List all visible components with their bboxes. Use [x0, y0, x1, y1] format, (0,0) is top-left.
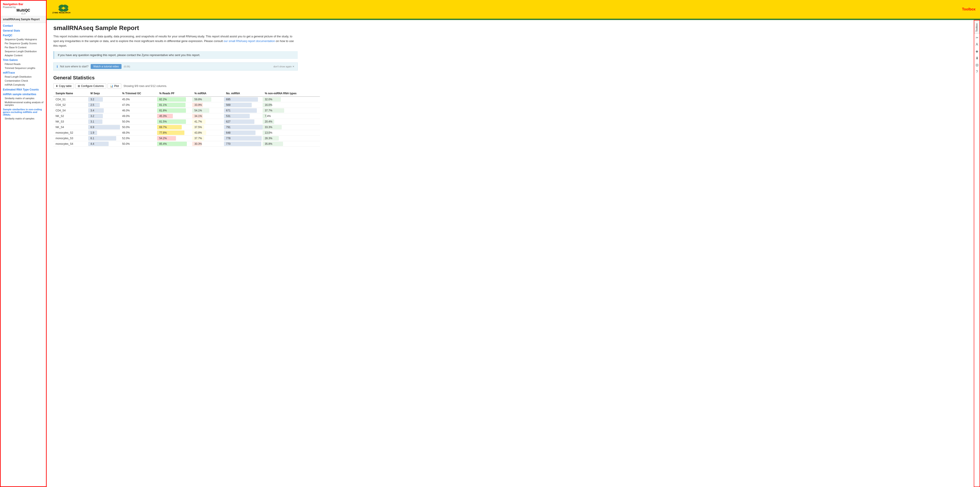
cell-pct-trimmed-gc: 46.0% [120, 108, 157, 113]
col-header-no-mirna: No. miRNA [224, 91, 262, 96]
sidebar-item-filtered-reads[interactable]: Filtered Reads [1, 62, 46, 66]
toolbox-icon-help[interactable]: ? [974, 69, 980, 75]
cell-sample-name: monocytes_S2 [53, 130, 88, 136]
cell-pct-non-mirna: 16.0% [262, 102, 320, 108]
sidebar-group-mirtrace[interactable]: miRTrace [1, 70, 46, 75]
cell-sample-name: NK_S2 [53, 113, 88, 119]
cell-pct-mirna: 37.5% [192, 125, 224, 130]
cell-sample-name: CD4_S1 [53, 96, 88, 102]
cell-pct-trimmed-gc: 52.0% [120, 136, 157, 141]
toolbox-label: Toolbox [962, 7, 975, 11]
cell-no-mirna: 671 [224, 108, 262, 113]
toolbox-icon-save[interactable]: ⊟ [974, 62, 980, 69]
col-header-pct-non-mirna: % non-miRNA RNA types [262, 91, 320, 96]
toolbox-icon-toggle[interactable]: ◈ [974, 48, 980, 55]
sidebar-item-per-base-n-content[interactable]: Per Base N Content [1, 45, 46, 49]
sidebar-item-contamination-check[interactable]: Contamination Check [1, 79, 46, 83]
cell-pct-non-mirna: 28.3% [262, 136, 320, 141]
cell-m-seqs: 2.5 [88, 102, 120, 108]
cell-pct-trimmed-gc: 50.0% [120, 141, 157, 147]
cell-no-mirna: 791 [224, 125, 262, 130]
configure-columns-button[interactable]: ⊞ Configure Columns [75, 83, 106, 89]
tutorial-bar-left: ℹ Not sure where to start? Watch a tutor… [57, 64, 130, 69]
general-stats-title: General Statistics [53, 75, 967, 81]
sidebar-header: Navigation Bar Powered by MultiQC v1.9 [1, 1, 46, 16]
cell-pct-trimmed-gc: 45.0% [120, 96, 157, 102]
cell-sample-name: CD4_S2 [53, 102, 88, 108]
table-row: monocytes_S21.948.0%77.8%43.8%64813.0% [53, 130, 320, 136]
sidebar-item-similarity-matrix[interactable]: Similarity matrix of samples [1, 96, 46, 100]
sidebar-item-sequence-length-distribution[interactable]: Sequence Length Distribution [1, 49, 46, 53]
sidebar-group-fastqc[interactable]: FastQC [1, 33, 46, 37]
cell-pct-non-mirna: 32.0% [262, 96, 320, 102]
cell-pct-mirna: 41.7% [192, 119, 224, 125]
table-header-row: Sample Name M Seqs % Trimmed GC % Reads … [53, 91, 320, 96]
table-row: NK_S33.150.0%81.5%41.7%62720.4% [53, 119, 320, 125]
cell-pct-trimmed-gc: 47.0% [120, 102, 157, 108]
report-doc-link[interactable]: our small RNAseq report documentation [223, 39, 275, 43]
cell-pct-mirna: 37.7% [192, 136, 224, 141]
sidebar: Navigation Bar Powered by MultiQC v1.9 s… [0, 0, 47, 487]
cell-sample-name: monocytes_S4 [53, 141, 88, 147]
col-header-pct-mirna: % miRNA [192, 91, 224, 96]
sidebar-item-trimmed-sequence-lengths[interactable]: Trimmed Sequence Lengths [1, 66, 46, 70]
sidebar-group-mirna-sample-similarities[interactable]: miRNA sample similarities [1, 92, 46, 96]
cell-pct-trimmed-gc: 50.0% [120, 125, 157, 130]
toolbox-tab[interactable]: Toolbox [974, 21, 980, 34]
cell-m-seqs: 3.1 [88, 119, 120, 125]
svg-point-0 [58, 4, 64, 9]
cell-no-mirna: 648 [224, 130, 262, 136]
cell-m-seqs: 4.4 [88, 141, 120, 147]
cell-pct-non-mirna: 33.3% [262, 125, 320, 130]
cell-pct-reads-pf: 69.7% [157, 125, 192, 130]
sidebar-group-noncoding[interactable]: Sample similarities in non-coding genes … [1, 107, 46, 117]
cell-no-mirna: 531 [224, 113, 262, 119]
col-header-pct-reads-pf: % Reads PF [157, 91, 192, 96]
sidebar-item-adapter-content[interactable]: Adapter Content [1, 53, 46, 57]
sidebar-item-estimated-rna-type-counts[interactable]: Estimated RNA Type Counts [1, 87, 46, 92]
cell-pct-mirna: 34.1% [192, 113, 224, 119]
sidebar-item-read-length-distribution[interactable]: Read Length Distribution [1, 75, 46, 79]
cell-no-mirna: 627 [224, 119, 262, 125]
toolbox-icon-font[interactable]: A [974, 41, 980, 48]
sidebar-item-similarity-matrix-noncoding[interactable]: Similarity matrix of samples [1, 117, 46, 121]
svg-point-1 [63, 4, 68, 9]
sidebar-item-general-stats[interactable]: General Stats [1, 28, 46, 33]
cell-no-mirna: 695 [224, 96, 262, 102]
version-label: v1.9 [3, 13, 44, 15]
toolbox-icon-download[interactable]: ⬇ [974, 55, 980, 62]
sidebar-item-contact[interactable]: Contact [1, 23, 46, 28]
sidebar-item-mds-analysis[interactable]: Multidimensional scaling analysis of sam… [1, 100, 46, 107]
cell-pct-reads-pf: 85.4% [157, 141, 192, 147]
cell-pct-trimmed-gc: 49.0% [120, 113, 157, 119]
sidebar-item-mirna-complexity[interactable]: miRNA Complexity [1, 83, 46, 87]
cell-pct-mirna: 30.3% [192, 141, 224, 147]
cell-pct-trimmed-gc: 48.0% [120, 130, 157, 136]
cell-pct-non-mirna: 7.4% [262, 113, 320, 119]
copy-table-button[interactable]: ⬇ Copy table [53, 83, 74, 89]
table-row: NK_S46.950.0%69.7%37.5%79133.3% [53, 125, 320, 130]
svg-text:ZYMO RESEARCH: ZYMO RESEARCH [52, 11, 70, 14]
cell-pct-reads-pf: 82.2% [157, 96, 192, 102]
cell-pct-mirna: 33.9% [192, 102, 224, 108]
sidebar-item-sequence-quality-histograms[interactable]: Sequence Quality Histograms [1, 37, 46, 42]
dont-show-again[interactable]: don't show again ✕ [274, 65, 294, 68]
sidebar-group-trim-galore[interactable]: Trim Galore [1, 57, 46, 62]
watch-tutorial-button[interactable]: Watch a tutorial video [91, 64, 121, 69]
tutorial-bar: ℹ Not sure where to start? Watch a tutor… [53, 62, 298, 70]
cell-pct-mirna: 54.1% [192, 108, 224, 113]
toolbox-icon-pin[interactable]: ✂ [974, 34, 980, 41]
info-box: If you have any question regarding this … [53, 51, 298, 59]
sidebar-item-per-sequence-quality-scores[interactable]: Per Sequence Quality Scores [1, 42, 46, 45]
cell-m-seqs: 3.2 [88, 96, 120, 102]
cell-pct-reads-pf: 81.1% [157, 102, 192, 108]
powered-by-text: Powered by [3, 6, 44, 8]
cell-pct-reads-pf: 77.8% [157, 130, 192, 136]
plot-button[interactable]: 📊 Plot [108, 83, 121, 89]
nav-bar-label: Navigation Bar [3, 2, 44, 6]
cell-pct-mirna: 59.8% [192, 96, 224, 102]
col-header-sample-name: Sample Name [53, 91, 88, 96]
cell-m-seqs: 6.9 [88, 125, 120, 130]
banner: ZYMO RESEARCH Toolbox [47, 0, 980, 20]
info-icon: ℹ [57, 65, 58, 68]
